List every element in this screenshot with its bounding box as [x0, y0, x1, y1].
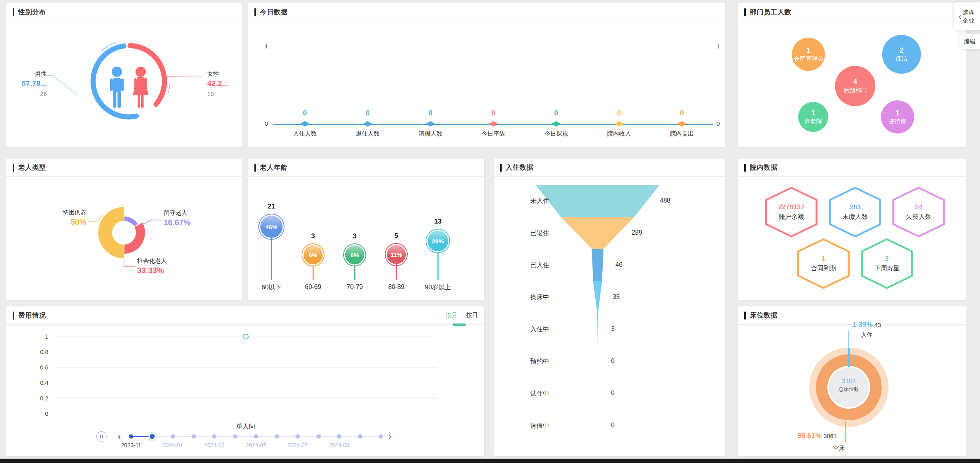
today-metric: 0 院内收入 — [588, 107, 651, 138]
gender-female-callout: 女性 42.2... 19 — [207, 70, 239, 97]
diamond-marker-icon — [677, 121, 687, 126]
male-label: 男性 — [21, 70, 47, 78]
funnel-row-label: 请假中 — [506, 422, 549, 430]
balloon-percent: 28% — [432, 238, 444, 245]
balloon-circle: 46% — [258, 214, 285, 240]
timeline-dot[interactable] — [316, 434, 321, 439]
bubble-label: 接待部 — [889, 118, 907, 125]
panel-gender-header: 性别分布 — [6, 3, 242, 21]
balloon-circle: 6% — [343, 243, 366, 266]
panel-today-header: 今日数据 — [248, 3, 725, 21]
today-metric: 0 今日探视 — [525, 107, 588, 138]
diamond-marker-icon — [300, 121, 309, 126]
slice-percent: 16.67% — [164, 218, 191, 227]
timeline-dot[interactable] — [171, 434, 175, 439]
timeline-dot[interactable] — [379, 434, 383, 439]
y-min-left: 0 — [258, 120, 268, 127]
diamond-marker-icon — [552, 121, 561, 126]
balloon-label: 60以下 — [262, 283, 281, 292]
metric-label: 退住人数 — [356, 130, 380, 138]
metric-value: 0 — [428, 107, 432, 121]
timeline-handle[interactable] — [148, 433, 156, 440]
balloon-label: 70-79 — [347, 283, 363, 291]
vacant-label: 空床 — [817, 444, 861, 452]
timeline-dot[interactable] — [296, 434, 300, 439]
balloon-value: 3 — [311, 232, 315, 240]
fee-timeline-slider: ‹›2023-112024-012024-032024-052024-07202… — [6, 306, 484, 456]
timeline-date-label[interactable]: 2024-03 — [204, 442, 224, 448]
funnel-row-label: 试住中 — [506, 390, 549, 398]
bottom-window-edge — [0, 459, 980, 463]
timeline-dot[interactable] — [254, 434, 258, 439]
metric-value: 0 — [491, 107, 495, 121]
funnel-row-value: 488 — [660, 197, 671, 204]
female-icon — [134, 67, 148, 108]
bubble-value: 2 — [900, 46, 904, 55]
timeline-dot[interactable] — [212, 434, 217, 439]
balloon-circle: 11% — [385, 243, 408, 266]
gridline — [273, 47, 713, 47]
timeline-dot[interactable] — [358, 434, 362, 439]
slice-label: 留守老人 — [164, 209, 191, 217]
funnel-row-label: 未入住 — [506, 197, 549, 205]
stat-hexagon: 1 合同到期 — [797, 238, 850, 289]
balloon-percent: 6% — [350, 252, 359, 258]
select-company-label: 选择企业 — [963, 8, 975, 25]
bubble-label: 养老院 — [804, 118, 822, 125]
slice-callout: 留守老人 16.67% — [164, 209, 191, 227]
timeline-dot[interactable] — [275, 434, 279, 439]
occupied-label: 入住 — [837, 331, 896, 339]
bed-vacant-callout: 98.61% 3061 — [785, 432, 849, 440]
timeline-date-label[interactable]: 2024-01 — [162, 442, 183, 448]
funnel-row-label: 入住中 — [506, 325, 549, 334]
male-count: 26 — [21, 90, 47, 97]
title-bar-icon — [13, 8, 14, 16]
slice-percent: 33.33% — [137, 266, 167, 275]
bubble-label: 后勤部门 — [843, 87, 867, 94]
select-company-button[interactable]: ‹ 选择企业 — [954, 2, 980, 30]
slice-callout: 特困供养 50% — [38, 209, 86, 227]
timeline-dot[interactable] — [129, 434, 134, 439]
metric-label: 今日探视 — [544, 130, 568, 138]
timeline-date-label[interactable]: 2024-05 — [246, 442, 266, 448]
y-min-right: 0 — [716, 120, 720, 127]
title-bar-icon — [254, 8, 256, 16]
slice-label: 社会化老人 — [137, 257, 167, 265]
panel-title: 性别分布 — [18, 8, 46, 17]
metric-value: 0 — [303, 107, 307, 121]
pause-icon[interactable] — [96, 431, 107, 442]
hexagon-label: 欠费人数 — [906, 213, 931, 221]
female-count: 19 — [207, 90, 239, 97]
dept-bubble: 1 接待部 — [881, 100, 914, 134]
bubble-value: 4 — [853, 78, 857, 87]
balloon-circle: 28% — [426, 229, 450, 253]
timeline-date-label[interactable]: 2023-11 — [121, 442, 141, 448]
slice-callout: 社会化老人 33.33% — [137, 257, 167, 275]
timeline-dot[interactable] — [191, 434, 196, 439]
timeline-date-label[interactable]: 2024-07 — [287, 442, 308, 448]
panel-elder-type: 老人类型 特困供养 50% 留守老人 16.67% 社会化老人 33.33% — [6, 159, 242, 300]
bubble-value: 1 — [811, 109, 815, 118]
total-value: 3104 — [829, 378, 869, 385]
timeline-dot[interactable] — [337, 434, 342, 439]
next-icon[interactable]: › — [388, 432, 392, 441]
funnel-row-label: 换床中 — [506, 293, 549, 302]
hexagon-value: 2278127 — [778, 203, 804, 211]
y-max-right: 1 — [716, 43, 720, 50]
funnel-row-label: 预约中 — [506, 358, 549, 366]
total-label: 总床位数 — [829, 386, 869, 393]
timeline-dot[interactable] — [233, 434, 237, 439]
hexagon-value: 24 — [915, 203, 923, 211]
funnel-row-value: 0 — [611, 390, 615, 397]
funnel-row-label: 已入住 — [506, 261, 549, 270]
stat-hexagon: 3 下周寿星 — [861, 238, 913, 289]
timeline-date-label[interactable]: 2024-09 — [329, 442, 349, 448]
metric-value: 0 — [554, 107, 558, 121]
panel-today: 今日数据 1 1 0 0 0 入住人数 0 退住人数 0 请假人数 0 今日事故… — [248, 3, 725, 147]
funnel-row-value: 0 — [611, 358, 615, 365]
elder-age-chart: 21 46% 60以下 3 6% 60-69 3 6% 70-79 5 11% … — [248, 159, 484, 300]
funnel-row-value: 3 — [611, 325, 615, 333]
edit-button[interactable]: 编辑 — [959, 34, 980, 49]
balloon-label: 60-69 — [305, 283, 321, 291]
prev-icon[interactable]: ‹ — [118, 432, 121, 441]
